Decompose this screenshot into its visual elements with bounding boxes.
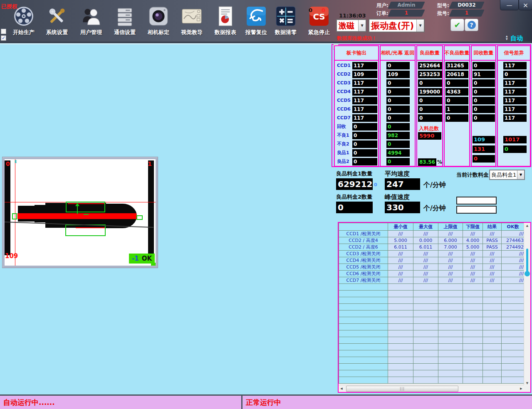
excite-combo[interactable]: 激磁 ▼ [336,19,366,32]
scroll-up-icon[interactable]: ▲ [524,223,530,229]
user-label: 用户: [376,2,388,9]
result-row[interactable]: CCD2 / 高度4 5.000 0.000 6.000 4.000 PASS … [339,237,525,244]
peak-speed-value: 330 [385,202,420,213]
scroll-right-icon[interactable]: ▶ [518,385,524,392]
empty-cell [438,337,463,344]
feed-total-value: 5990 [418,132,441,140]
stats-column-signal-diff: 信号差异 117 0 117 117 117 [497,45,531,167]
user-management-label: 用户管理 [75,29,107,36]
result-row-empty [339,324,525,330]
empty-cell [413,370,438,377]
wind-icon [246,5,267,27]
data-report-button[interactable]: 数据报表 [209,5,242,36]
scroll-down-icon[interactable]: ▼ [524,380,530,386]
comm-settings-button[interactable]: 通信设置 [109,5,141,36]
result-channel: CCD6 /检测关闭 [339,271,388,277]
stat-row: 91 [472,70,495,79]
result-lower: /// [463,251,483,257]
result-row[interactable]: CCD1 /检测关闭 /// /// /// /// /// /// [339,231,525,237]
batch-field[interactable]: 1 [450,10,483,17]
row-label: CCD4 [335,89,352,94]
stat-value-field: 117 [352,97,377,104]
order-field[interactable]: 1 [389,10,423,17]
empty-cell [339,337,388,344]
data-clear-button[interactable]: 数据清零 [270,5,302,36]
empty-cell [502,284,525,291]
result-row[interactable]: CCD3 /检测关闭 /// /// /// /// /// /// [339,251,525,257]
stat-value-field: 0 [352,149,377,157]
stats-column-good-count: 良品数量 252664 253253 0 199000 [416,45,443,167]
user-management-button[interactable]: 用户管理 [75,5,107,36]
alarm-reset-button[interactable]: 报警复位 [240,5,272,36]
help-button[interactable]: ? [465,19,478,31]
stat-row: 0 [381,140,415,148]
result-row[interactable]: CCD7 /检测关闭 /// /// /// /// /// /// [339,277,525,284]
camera-image[interactable]: 0 1 109 E -1 OK [5,159,156,266]
model-field[interactable]: D0032 [450,2,483,9]
results-header-row: 最小值 最大值 上限值 下限值 结果 OK数 [339,223,525,231]
vertical-scroll-thumb[interactable] [526,249,528,274]
result-channel: CCD4 /检测关闭 [339,257,388,264]
stat-row: 31265 [445,61,469,70]
vision-teaching-button[interactable]: 视觉教导 [176,5,208,36]
toolbar-checkbox-2[interactable]: ✓ [1,35,6,41]
stat-row: 0 [381,105,415,113]
camera-calibration-button[interactable]: 相机标定 [142,5,175,36]
e-marker: E [15,160,17,164]
empty-cell [413,377,438,384]
start-production-button[interactable]: 开始生产 [7,5,40,36]
result-row[interactable]: CCD6 /检测关闭 /// /// /// /// /// /// [339,271,525,277]
emergency-stop-button[interactable]: CS 紧急停止 [303,5,335,36]
close-icon: × [523,1,528,9]
result-row[interactable]: CCD5 /检测关闭 /// /// /// /// /// /// [339,264,525,271]
result-min: /// [388,251,413,257]
stat-row: CCD7 117 [335,113,378,122]
empty-cell [502,364,525,370]
model-value: D0032 [450,2,483,9]
result-okcount: /// [502,251,525,257]
confirm-button[interactable]: ✔ [450,19,464,31]
input-box-2[interactable] [456,206,497,214]
system-settings-label: 系统设置 [41,29,73,36]
result-row-empty [339,344,525,350]
result-min: /// [388,231,413,237]
result-min: /// [388,277,413,284]
counter-black: 0 [309,7,312,13]
data-report-label: 数据报表 [209,29,242,36]
empty-cell [502,330,525,337]
vertical-scrollbar[interactable]: ▲ ▼ [524,223,530,386]
auto-spinner[interactable]: ▲▼ [506,34,508,40]
user-field[interactable]: Admin [389,2,423,9]
horizontal-scrollbar[interactable]: ◀ ||| ▶ [339,385,524,392]
empty-cell [483,330,502,337]
minimize-button[interactable]: — [500,0,519,10]
vertical-scroll-thumb-ball[interactable] [525,271,530,276]
chevron-down-icon[interactable]: ▼ [358,20,366,31]
row-label: 良品1 [335,150,352,156]
empty-cell [438,377,463,384]
close-button[interactable]: × [519,0,532,10]
stat-value-field: 117 [352,88,377,96]
results-header-okcount: OK数 [502,223,525,231]
stat-value-field: 1 [445,106,468,113]
empty-cell [438,330,463,337]
empty-cell [388,337,413,344]
toolbar-checkbox-1[interactable] [1,29,6,34]
result-row[interactable]: CCD2 / 高度6 6.011 6.011 7.000 5.000 PASS … [339,244,525,251]
chevron-down-icon[interactable]: ▼ [517,170,524,179]
stat-value-field: 0 [418,97,442,104]
stat-row: 0 [381,157,415,166]
input-box-1[interactable] [456,197,497,204]
result-row[interactable]: CCD4 /检测关闭 /// /// /// /// /// /// [339,257,525,264]
vibration-combo[interactable]: 振动盘(开) ▼ [369,19,425,32]
defect-count-rows: 31265 20618 0 4363 0 1 [445,61,469,122]
scroll-left-icon[interactable]: ◀ [339,385,344,392]
stat-row: 0 [472,96,495,105]
system-settings-button[interactable]: 系统设置 [41,5,73,36]
empty-cell [413,297,438,304]
empty-cell [413,284,438,291]
recycle-count-rows: 0 91 0 0 0 0 [472,61,495,122]
current-box-dropdown[interactable]: 良品料盒1 ▼ [489,170,525,180]
chevron-down-icon[interactable]: ▼ [416,20,424,32]
horizontal-scroll-thumb[interactable]: ||| [346,386,458,392]
